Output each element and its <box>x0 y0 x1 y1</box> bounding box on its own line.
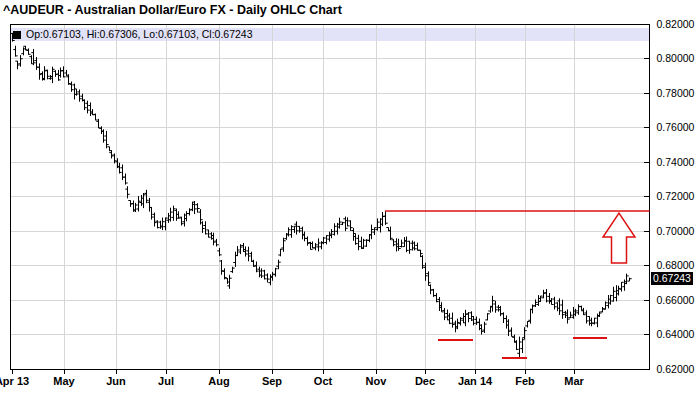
legend-ohlc-text: Op:0.67103, Hi:0.67306, Lo:0.67103, Cl:0… <box>26 28 253 40</box>
ohlc-plot-canvas <box>0 0 700 411</box>
y-axis-label: 0.66000 <box>657 294 695 307</box>
y-axis-label: 0.76000 <box>657 121 695 134</box>
y-axis-label: 0.82000 <box>657 18 695 31</box>
breakout-up-arrow-icon <box>603 213 635 263</box>
x-axis-label: Mar <box>544 375 604 387</box>
y-axis-label: 0.70000 <box>657 225 695 238</box>
y-axis-label: 0.68000 <box>657 259 695 272</box>
y-axis-label: 0.74000 <box>657 156 695 169</box>
chart-window: ^AUDEUR - Australian Dollar/Euro FX - Da… <box>0 0 700 411</box>
legend-square-icon <box>13 31 21 39</box>
ohlc-bars <box>10 33 631 358</box>
x-axis-label: Aug <box>189 375 249 387</box>
x-axis-label: May <box>34 375 94 387</box>
x-axis-label: Oct <box>293 375 353 387</box>
y-axis-label: 0.64000 <box>657 328 695 341</box>
y-axis-label: 0.72000 <box>657 190 695 203</box>
x-axis-label: Jul <box>136 375 196 387</box>
y-axis-label: 0.80000 <box>657 52 695 65</box>
y-axis-label: 0.62000 <box>657 363 695 376</box>
last-price-tag: 0.67243 <box>651 272 693 285</box>
ohlc-legend: Op:0.67103, Hi:0.67306, Lo:0.67103, Cl:0… <box>13 28 253 41</box>
y-axis-label: 0.78000 <box>657 87 695 100</box>
